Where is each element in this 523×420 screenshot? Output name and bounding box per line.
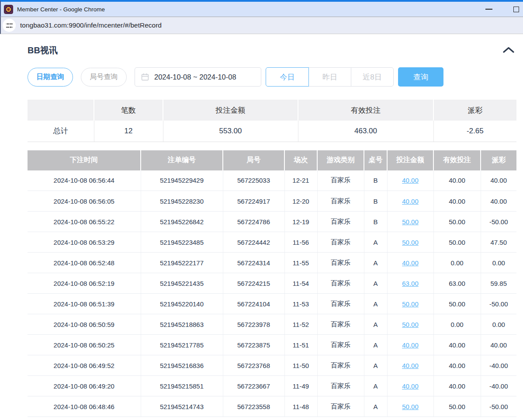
order-id-cell: 521945226842 [141,212,223,232]
bet-amount-link[interactable]: 50.00 [402,403,419,410]
bet-time-cell: 2024-10-08 06:55:22 [28,212,141,232]
table-no-cell: A [364,314,387,335]
table-no-cell: A [364,273,387,294]
table-no-cell: A [364,232,387,253]
round-id-cell: 567224215 [223,273,284,294]
quick-date-group: 今日 昨日 近8日 [266,67,394,87]
bet-amount-cell: 50.00 [387,294,433,314]
valid-bet-cell: 50.00 [433,212,481,232]
table-no-cell: B [364,191,387,212]
game-type-cell: 百家乐 [317,191,364,212]
game-type-cell: 百家乐 [317,376,364,396]
bet-amount-cell: 50.00 [387,232,433,253]
today-button[interactable]: 今日 [266,67,309,87]
round-query-tab[interactable]: 局号查询 [81,68,127,87]
table-no-cell: A [364,396,387,417]
round-id-cell: 567224104 [223,294,284,314]
header-table-no: 桌号 [364,150,387,170]
site-settings-button[interactable] [3,19,16,32]
window-titlebar[interactable]: Member Center - Google Chrome [0,0,523,17]
collapse-section-button[interactable] [501,46,516,55]
bet-amount-link[interactable]: 50.00 [402,321,419,328]
table-no-cell: A [364,376,387,396]
page-content: BB视讯 日期查询 局号查询 2024-10-08 ~ 2024-10-08 今… [0,34,523,417]
payout-cell: 47.50 [481,232,516,253]
minimize-button[interactable] [484,9,494,10]
bet-amount-link[interactable]: 50.00 [402,300,419,308]
bet-amount-link[interactable]: 40.00 [402,341,419,349]
header-valid-bet: 有效投注 [433,150,481,170]
search-button[interactable]: 查询 [398,67,443,87]
table-row: 2024-10-08 06:51:39521945220140567224104… [28,294,516,314]
table-no-cell: A [364,294,387,314]
date-range-picker[interactable]: 2024-10-08 ~ 2024-10-08 [135,67,261,87]
order-id-cell: 521945222177 [141,253,223,273]
site-favicon-icon [4,5,13,14]
bet-amount-cell: 50.00 [387,396,433,417]
payout-cell: -50.00 [481,212,516,232]
chevron-up-icon [502,46,515,53]
maximize-button[interactable] [512,7,521,12]
header-order-id: 注单编号 [141,150,223,170]
bet-amount-cell: 50.00 [387,212,433,232]
payout-cell: 40.00 [481,170,516,191]
round-id-cell: 567224442 [223,232,284,253]
bet-amount-link[interactable]: 40.00 [402,382,419,390]
bet-amount-link[interactable]: 40.00 [402,259,419,267]
order-id-cell: 521945221435 [141,273,223,294]
session-cell: 11-51 [284,335,317,355]
bet-time-cell: 2024-10-08 06:56:05 [28,191,141,212]
bet-table-header-row: 下注时间 注单编号 局号 场次 游戏类别 桌号 投注金额 有效投注 派彩 [28,150,516,170]
last-8-days-button[interactable]: 近8日 [351,67,394,87]
date-range-value: 2024-10-08 ~ 2024-10-08 [154,73,236,81]
table-no-cell: B [364,170,387,191]
session-cell: 11-50 [284,355,317,376]
bet-amount-link[interactable]: 40.00 [402,177,419,184]
game-type-cell: 百家乐 [317,294,364,314]
table-row: 2024-10-08 06:56:05521945228230567224917… [28,191,516,212]
bet-amount-link[interactable]: 50.00 [402,239,419,246]
valid-bet-cell: 0.00 [433,253,481,273]
table-row: 2024-10-08 06:52:48521945222177567224314… [28,253,516,273]
bet-time-cell: 2024-10-08 06:50:25 [28,335,141,355]
payout-cell: -50.00 [481,396,516,417]
payout-cell: 40.00 [481,335,516,355]
bet-amount-link[interactable]: 40.00 [402,198,419,205]
bet-amount-cell: 40.00 [387,170,433,191]
payout-cell: 0.00 [481,253,516,273]
bet-amount-link[interactable]: 40.00 [402,362,419,369]
table-no-cell: A [364,335,387,355]
bet-amount-cell: 40.00 [387,191,433,212]
order-id-cell: 521945228230 [141,191,223,212]
session-cell: 12-21 [284,170,317,191]
order-id-cell: 521945214743 [141,396,223,417]
bet-time-cell: 2024-10-08 06:50:59 [28,314,141,335]
calendar-icon [141,73,149,81]
url-text[interactable]: tongbao31.com:9900/infe/mcenter/#/betRec… [20,21,162,29]
order-id-cell: 521945220140 [141,294,223,314]
header-round-id: 局号 [223,150,284,170]
table-row: 2024-10-08 06:52:19521945221435567224215… [28,273,516,294]
date-query-tab[interactable]: 日期查询 [28,68,73,87]
bet-amount-link[interactable]: 63.00 [402,280,419,287]
bet-amount-link[interactable]: 50.00 [402,218,419,226]
bet-table-body: 2024-10-08 06:56:44521945229429567225033… [28,170,516,417]
valid-bet-cell: 63.00 [433,273,481,294]
bet-time-cell: 2024-10-08 06:56:44 [28,170,141,191]
yesterday-button[interactable]: 昨日 [308,67,351,87]
payout-cell: 59.85 [481,273,516,294]
order-id-cell: 521945229429 [141,170,223,191]
summary-total-row: 总计 12 553.00 463.00 -2.65 [28,121,516,142]
summary-header-row: 笔数 投注金额 有效投注 派彩 [28,100,516,121]
header-payout: 派彩 [481,150,516,170]
round-id-cell: 567223875 [223,335,284,355]
order-id-cell: 521945215851 [141,376,223,396]
address-bar[interactable]: tongbao31.com:9900/infe/mcenter/#/betRec… [0,17,523,34]
table-row: 2024-10-08 06:53:29521945223485567224442… [28,232,516,253]
game-type-cell: 百家乐 [317,212,364,232]
session-cell: 12-19 [284,212,317,232]
page-title: BB视讯 [28,45,58,56]
game-type-cell: 百家乐 [317,232,364,253]
table-row: 2024-10-08 06:49:20521945215851567223667… [28,376,516,396]
summary-header-valid-bet: 有效投注 [298,100,433,121]
